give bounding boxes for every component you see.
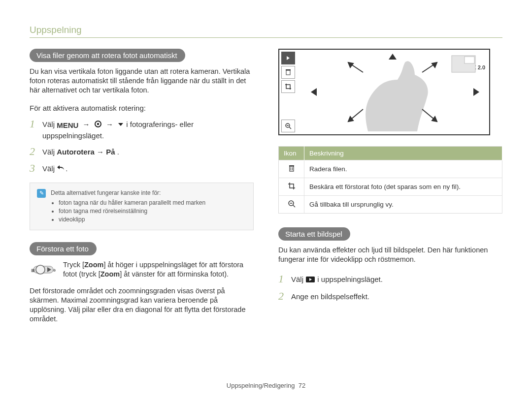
enlarge-description: Det förstorade området och zoomningsgrad… — [30, 286, 254, 324]
slideshow-step-1: 1 Välj i uppspelningsläget. — [278, 273, 502, 285]
left-column: Visa ﬁler genom att rotera fotot automat… — [30, 49, 254, 333]
gear-icon — [94, 120, 102, 130]
step-text: Ange en bildspelseffekt. — [291, 290, 502, 302]
heading-enlarge-photo: Förstora ett foto — [30, 242, 97, 255]
step-2: 2 Välj Autorotera → På . — [30, 146, 254, 157]
svg-text:▦: ▦ — [31, 268, 35, 273]
note-box: ✎ Detta alternativet fungerar kanske int… — [30, 183, 254, 230]
pan-figure-icon — [304, 53, 486, 131]
trash-icon — [279, 160, 304, 178]
svg-point-3 — [36, 265, 45, 274]
page-footer: Uppspelning/Redigering 72 — [0, 382, 532, 389]
menu-icon: MENU — [57, 120, 78, 130]
svg-rect-18 — [289, 165, 294, 166]
trash-icon — [281, 66, 295, 79]
step-text-bold: Autorotera — [57, 148, 95, 156]
arrow-icon: → — [106, 120, 113, 128]
svg-rect-6 — [286, 70, 290, 75]
note-item: videoklipp — [59, 216, 205, 224]
zoom-lever-icon: ▦ ⊕ — [30, 260, 57, 279]
arrow-icon: → — [83, 120, 90, 128]
zoom-instruction: ▦ ⊕ Tryck [Zoom] åt höger i uppspelnings… — [30, 260, 254, 279]
header-rule — [30, 37, 502, 38]
back-icon — [57, 164, 66, 175]
table-cell: Beskära ett förstorat foto (det sparas s… — [304, 178, 502, 196]
info-icon: ✎ — [37, 189, 46, 198]
note-item: foton tagna med rörelseinställning — [59, 207, 205, 216]
step-text: . — [117, 148, 119, 156]
step-number: 2 — [30, 146, 42, 157]
auto-rotate-description: Du kan visa vertikala foton liggande uta… — [30, 67, 254, 95]
table-header: Beskrivning — [304, 147, 502, 160]
right-column: X 2.0 — [278, 49, 502, 333]
icon-description-table: Ikon Beskrivning Radera ﬁlen. Beskära et… — [278, 146, 502, 214]
auto-rotate-subheading: För att aktivera automatisk rotering: — [30, 104, 254, 112]
footer-section: Uppspelning/Redigering — [227, 382, 295, 389]
step-3: 3 Välj . — [30, 162, 254, 175]
camera-screen-illustration: X 2.0 — [278, 49, 490, 135]
zoom-text: ] åt vänster för att förminska fotot). — [120, 270, 229, 278]
step-number: 3 — [30, 162, 42, 174]
arrow-icon: → — [97, 148, 106, 156]
step-text: i uppspelningsläget. — [317, 275, 383, 283]
heading-auto-rotate: Visa ﬁler genom att rotera fotot automat… — [30, 49, 185, 62]
section-header: Uppspelning — [30, 25, 502, 35]
step-number: 2 — [278, 290, 291, 302]
step-text: Välj — [42, 164, 57, 173]
table-header: Ikon — [279, 147, 304, 160]
slideshow-step-2: 2 Ange en bildspelseffekt. — [278, 290, 502, 302]
zoom-label: Zoom — [100, 270, 120, 278]
play-icon — [281, 52, 295, 64]
period: . — [66, 164, 67, 173]
note-title: Detta alternativet fungerar kanske inte … — [51, 189, 205, 197]
table-row: Radera ﬁlen. — [279, 160, 502, 178]
svg-line-22 — [293, 205, 295, 207]
page-number: 72 — [299, 382, 305, 389]
zoom-out-icon — [279, 196, 304, 214]
crop-icon — [279, 178, 304, 196]
step-number: 1 — [30, 118, 42, 130]
svg-line-9 — [289, 127, 291, 129]
step-text: Välj — [291, 275, 305, 283]
step-text: Välj — [42, 120, 57, 128]
chevron-down-icon — [117, 120, 124, 130]
table-cell: Gå tillbaka till ursprunglig vy. — [304, 196, 502, 214]
svg-point-1 — [97, 123, 99, 125]
slideshow-description: Du kan använda effekter och ljud till bi… — [278, 246, 502, 264]
note-item: foton tagna när du håller kameran parall… — [59, 199, 205, 207]
step-text: Välj — [42, 148, 57, 156]
svg-rect-12 — [465, 57, 474, 63]
table-row: Gå tillbaka till ursprunglig vy. — [279, 196, 502, 214]
crop-icon — [281, 80, 295, 93]
slideshow-icon — [305, 275, 315, 285]
heading-start-slideshow: Starta ett bildspel — [278, 227, 350, 241]
zoom-label: Zoom — [84, 261, 103, 269]
svg-text:⊕: ⊕ — [53, 268, 56, 273]
table-cell: Radera ﬁlen. — [304, 160, 502, 178]
step-number: 1 — [278, 273, 291, 285]
zoom-out-icon — [281, 120, 295, 132]
step-text-bold: På — [106, 148, 115, 156]
zoom-text: Tryck [ — [63, 261, 84, 269]
svg-rect-17 — [290, 166, 294, 171]
table-row: Beskära ett förstorat foto (det sparas s… — [279, 178, 502, 196]
svg-rect-7 — [286, 69, 291, 70]
step-1: 1 Välj MENU → → i fotograferings- eller … — [30, 118, 254, 141]
